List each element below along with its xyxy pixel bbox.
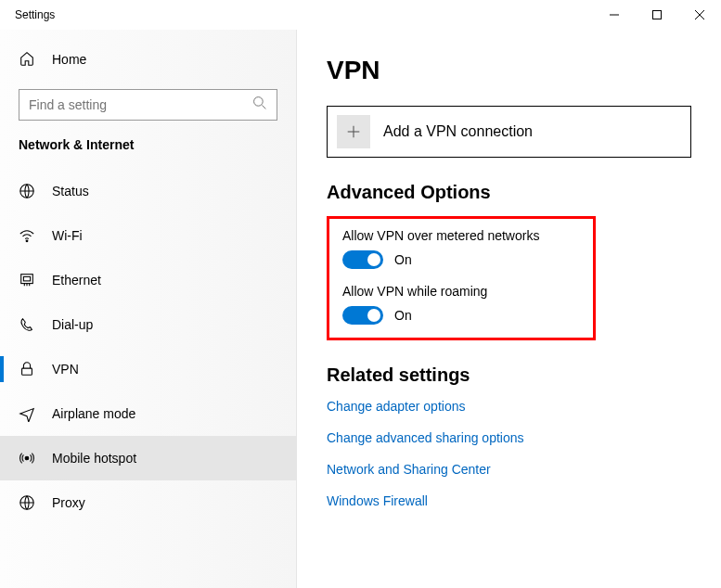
home-link[interactable]: Home [0,41,296,78]
advanced-options-highlight: Allow VPN over metered networks On Allow… [327,216,596,340]
sidebar-item-hotspot[interactable]: Mobile hotspot [0,436,296,480]
maximize-button[interactable] [636,0,678,30]
sidebar-item-ethernet[interactable]: Ethernet [0,258,296,302]
metered-state: On [394,252,412,267]
nav-label: Proxy [52,495,85,510]
nav-label: Wi-Fi [52,228,83,243]
hotspot-icon [19,450,35,467]
roaming-state: On [394,308,412,323]
svg-point-14 [25,456,29,460]
nav-label: Airplane mode [52,406,135,421]
search-box[interactable] [19,89,277,121]
sidebar-section-title: Network & Internet [0,137,296,169]
nav-label: Dial-up [52,317,93,332]
window-title: Settings [15,8,593,21]
add-vpn-label: Add a VPN connection [383,123,533,140]
sidebar-item-vpn[interactable]: VPN [0,347,296,391]
main-content: VPN Add a VPN connection Advanced Option… [297,30,721,588]
svg-point-7 [26,240,28,242]
link-network-center[interactable]: Network and Sharing Center [327,462,691,477]
nav-label: Ethernet [52,273,101,288]
svg-rect-8 [21,275,33,284]
link-sharing-options[interactable]: Change advanced sharing options [327,430,691,445]
proxy-icon [19,494,35,511]
metered-toggle[interactable] [342,250,383,269]
home-icon [19,50,35,70]
airplane-icon [19,405,35,422]
svg-rect-1 [653,11,662,19]
sidebar-item-wifi[interactable]: Wi-Fi [0,213,296,258]
sidebar-item-airplane[interactable]: Airplane mode [0,391,296,436]
related-settings-heading: Related settings [327,364,691,386]
add-vpn-button[interactable]: Add a VPN connection [327,106,691,158]
metered-label: Allow VPN over metered networks [342,228,580,243]
wifi-icon [19,227,35,244]
status-icon [19,183,35,199]
search-input[interactable] [29,97,252,112]
search-icon [252,96,267,114]
svg-point-4 [254,97,264,107]
vpn-icon [19,361,35,377]
sidebar-item-status[interactable]: Status [0,169,296,213]
sidebar: Home Network & Internet Status Wi-Fi Eth… [0,30,297,588]
plus-icon [337,115,370,148]
sidebar-item-dialup[interactable]: Dial-up [0,302,296,347]
svg-rect-9 [23,276,30,281]
ethernet-icon [19,272,35,288]
close-button[interactable] [678,0,721,30]
minimize-button[interactable] [593,0,636,30]
svg-rect-13 [22,368,32,375]
sidebar-item-proxy[interactable]: Proxy [0,480,296,525]
link-adapter-options[interactable]: Change adapter options [327,399,691,414]
roaming-label: Allow VPN while roaming [342,284,580,299]
nav-list: Status Wi-Fi Ethernet Dial-up VPN Airpla… [0,169,296,588]
page-title: VPN [327,56,691,85]
dialup-icon [19,316,35,333]
svg-line-5 [262,105,265,109]
titlebar: Settings [0,0,721,30]
link-windows-firewall[interactable]: Windows Firewall [327,493,691,508]
roaming-toggle[interactable] [342,306,383,325]
nav-label: VPN [52,362,79,377]
nav-label: Status [52,184,89,198]
window-controls [593,0,721,30]
home-label: Home [52,52,86,67]
nav-label: Mobile hotspot [52,451,136,466]
advanced-options-heading: Advanced Options [327,182,691,203]
